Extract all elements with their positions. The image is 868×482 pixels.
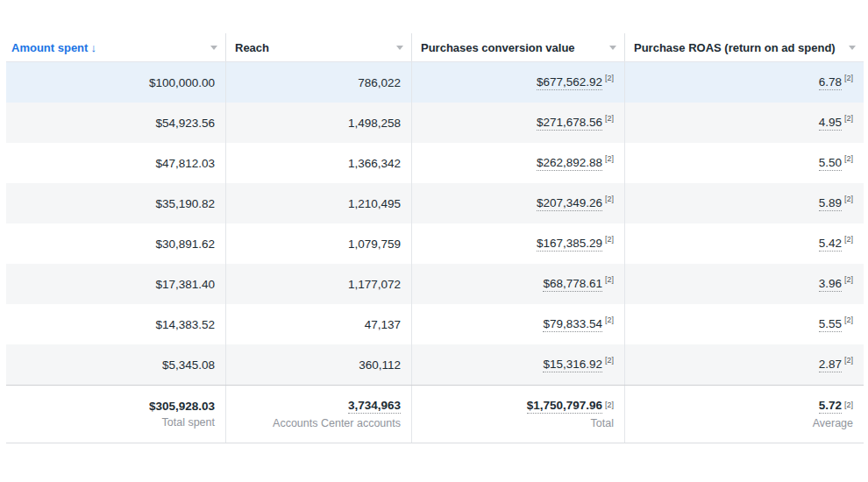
roas-value[interactable]: 5.55 bbox=[819, 317, 842, 332]
footnote-marker: [2] bbox=[605, 356, 614, 365]
roas-value[interactable]: 5.89 bbox=[819, 196, 842, 211]
reach-value: 360,112 bbox=[359, 358, 401, 372]
roas-value[interactable]: 6.78 bbox=[819, 75, 842, 90]
roas-value[interactable]: 2.87 bbox=[819, 358, 842, 372]
table-header-row: Amount spent ↓ Reach Purchases conversio… bbox=[6, 33, 864, 62]
footnote-marker: [2] bbox=[605, 114, 614, 123]
total-conversion-value[interactable]: $1,750,797.96 bbox=[527, 399, 602, 414]
cell-purchase-roas: 4.95 [2] bbox=[624, 103, 864, 143]
footnote-marker: [2] bbox=[605, 235, 614, 244]
cell-reach: 360,112 bbox=[225, 344, 411, 385]
column-options-caret-icon[interactable] bbox=[609, 46, 616, 50]
cell-reach: 1,498,258 bbox=[225, 103, 411, 143]
conversion-value[interactable]: $207,349.26 bbox=[537, 196, 602, 211]
amount-spent-value: $54,923.56 bbox=[155, 117, 215, 130]
reach-value: 1,177,072 bbox=[348, 278, 401, 291]
footnote-marker: [2] bbox=[844, 315, 853, 324]
column-label-reach: Reach bbox=[235, 41, 269, 54]
amount-spent-value: $47,812.03 bbox=[155, 157, 215, 170]
cell-amount-spent: $5,345.08 bbox=[6, 344, 225, 385]
cell-reach: 1,177,072 bbox=[225, 264, 411, 304]
conversion-value[interactable]: $262,892.88 bbox=[537, 156, 602, 171]
column-options-caret-icon[interactable] bbox=[396, 46, 403, 50]
column-label-conversion-value: Purchases conversion value bbox=[421, 41, 575, 54]
footnote-marker: [2] bbox=[605, 154, 614, 163]
cell-amount-spent: $35,190.82 bbox=[6, 183, 225, 223]
header-cell-conversion-value[interactable]: Purchases conversion value bbox=[411, 33, 624, 61]
total-reach-label: Accounts Center accounts bbox=[273, 417, 401, 429]
conversion-value[interactable]: $271,678.56 bbox=[537, 116, 602, 131]
cell-reach: 1,079,759 bbox=[225, 223, 411, 264]
reach-value: 1,210,495 bbox=[348, 197, 401, 210]
roas-value[interactable]: 5.42 bbox=[819, 237, 842, 252]
amount-spent-value: $5,345.08 bbox=[162, 358, 215, 372]
amount-spent-value: $30,891.62 bbox=[155, 237, 215, 251]
cell-conversion-value: $167,385.29 [2] bbox=[411, 223, 624, 264]
footnote-marker: [2] bbox=[844, 74, 853, 82]
average-roas-value[interactable]: 5.72 bbox=[819, 399, 842, 414]
cell-conversion-value: $68,778.61 [2] bbox=[411, 264, 624, 304]
cell-amount-spent: $54,923.56 bbox=[6, 103, 225, 143]
column-label-amount-spent: Amount spent bbox=[11, 41, 88, 54]
footnote-marker: [2] bbox=[844, 235, 853, 244]
footnote-marker: [2] bbox=[844, 114, 853, 123]
total-spent-label: Total spent bbox=[162, 416, 215, 429]
reach-value: 786,022 bbox=[358, 76, 401, 89]
cell-purchase-roas: 5.55 [2] bbox=[624, 304, 864, 344]
cell-reach: 47,137 bbox=[225, 304, 411, 344]
cell-amount-spent: $100,000.00 bbox=[6, 62, 225, 103]
roas-value[interactable]: 3.96 bbox=[819, 277, 842, 292]
total-spent-value: $305,928.03 bbox=[149, 400, 215, 413]
totals-cell-conversion-value: $1,750,797.96 [2] Total bbox=[411, 386, 624, 443]
amount-spent-value: $17,381.40 bbox=[155, 278, 215, 291]
conversion-value[interactable]: $79,833.54 bbox=[543, 317, 602, 332]
cell-purchase-roas: 6.78 [2] bbox=[624, 62, 864, 103]
amount-spent-value: $35,190.82 bbox=[155, 197, 215, 210]
average-roas-label: Average bbox=[813, 417, 853, 429]
cell-conversion-value: $677,562.92 [2] bbox=[411, 62, 624, 103]
cell-conversion-value: $271,678.56 [2] bbox=[411, 103, 624, 143]
reach-value: 1,366,342 bbox=[348, 157, 401, 170]
cell-conversion-value: $262,892.88 [2] bbox=[411, 143, 624, 183]
cell-amount-spent: $30,891.62 bbox=[6, 223, 225, 264]
header-cell-reach[interactable]: Reach bbox=[225, 33, 411, 61]
total-conversion-label: Total bbox=[591, 417, 614, 429]
roas-value[interactable]: 4.95 bbox=[819, 116, 842, 131]
cell-purchase-roas: 5.89 [2] bbox=[624, 183, 864, 223]
column-options-caret-icon[interactable] bbox=[849, 46, 856, 50]
table-row: $14,383.52 47,137 $79,833.54 [2] 5.55 [2… bbox=[6, 304, 864, 344]
reach-value: 1,498,258 bbox=[348, 117, 401, 130]
table-row: $17,381.40 1,177,072 $68,778.61 [2] 3.96… bbox=[6, 264, 864, 304]
total-reach-value[interactable]: 3,734,963 bbox=[348, 399, 401, 414]
footnote-marker: [2] bbox=[605, 195, 614, 203]
column-label-purchase-roas: Purchase ROAS (return on ad spend) bbox=[634, 41, 836, 54]
cell-purchase-roas: 3.96 [2] bbox=[624, 264, 864, 304]
cell-purchase-roas: 5.50 [2] bbox=[624, 143, 864, 183]
cell-amount-spent: $17,381.40 bbox=[6, 264, 225, 304]
conversion-value[interactable]: $68,778.61 bbox=[543, 277, 602, 292]
table-row: $30,891.62 1,079,759 $167,385.29 [2] 5.4… bbox=[6, 223, 864, 264]
footnote-marker: [2] bbox=[605, 315, 614, 324]
conversion-value[interactable]: $167,385.29 bbox=[537, 237, 602, 252]
header-cell-amount-spent[interactable]: Amount spent ↓ bbox=[6, 33, 225, 61]
footnote-marker: [2] bbox=[844, 275, 853, 284]
table-row: $47,812.03 1,366,342 $262,892.88 [2] 5.5… bbox=[6, 143, 864, 183]
conversion-value[interactable]: $15,316.92 bbox=[543, 358, 602, 372]
table-row: $5,345.08 360,112 $15,316.92 [2] 2.87 [2… bbox=[6, 344, 864, 385]
sort-descending-icon: ↓ bbox=[90, 41, 96, 54]
ads-reporting-table: Amount spent ↓ Reach Purchases conversio… bbox=[6, 33, 864, 443]
footnote-marker: [2] bbox=[844, 356, 853, 365]
table-totals-row: $305,928.03 Total spent 3,734,963 Accoun… bbox=[6, 385, 864, 443]
footnote-marker: [2] bbox=[605, 275, 614, 284]
amount-spent-value: $100,000.00 bbox=[149, 76, 215, 89]
roas-value[interactable]: 5.50 bbox=[819, 156, 842, 171]
column-options-caret-icon[interactable] bbox=[210, 46, 217, 50]
footnote-marker: [2] bbox=[605, 400, 614, 409]
cell-amount-spent: $47,812.03 bbox=[6, 143, 225, 183]
header-cell-purchase-roas[interactable]: Purchase ROAS (return on ad spend) bbox=[624, 33, 864, 61]
conversion-value[interactable]: $677,562.92 bbox=[537, 75, 602, 90]
totals-cell-roas: 5.72 [2] Average bbox=[624, 386, 864, 443]
cell-reach: 1,366,342 bbox=[225, 143, 411, 183]
table-row: $100,000.00 786,022 $677,562.92 [2] 6.78… bbox=[6, 62, 864, 103]
footnote-marker: [2] bbox=[844, 400, 853, 409]
